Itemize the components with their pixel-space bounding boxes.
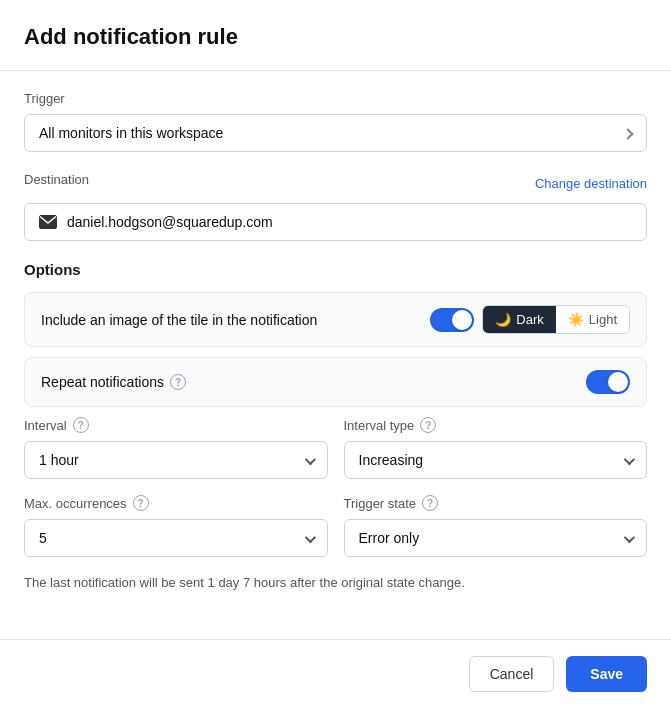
interval-label: Interval ?	[24, 417, 328, 433]
interval-type-label: Interval type ?	[344, 417, 648, 433]
trigger-select[interactable]: All monitors in this workspace	[24, 114, 647, 152]
light-theme-button[interactable]: ☀️ Light	[556, 306, 629, 333]
change-destination-link[interactable]: Change destination	[535, 176, 647, 191]
dark-label: Dark	[516, 312, 543, 327]
interval-type-chevron-icon	[624, 452, 632, 468]
image-option-label: Include an image of the tile in the noti…	[41, 312, 317, 328]
image-toggle[interactable]	[430, 308, 474, 332]
destination-header: Destination Change destination	[24, 172, 647, 195]
repeat-option-row: Repeat notifications ?	[24, 357, 647, 407]
trigger-value: All monitors in this workspace	[39, 125, 223, 141]
email-icon	[39, 215, 57, 229]
options-label: Options	[24, 261, 647, 278]
image-option-row: Include an image of the tile in the noti…	[24, 292, 647, 347]
divider	[0, 70, 671, 71]
page-title: Add notification rule	[24, 24, 647, 50]
repeat-help-icon[interactable]: ?	[170, 374, 186, 390]
dark-theme-button[interactable]: 🌙 Dark	[483, 306, 555, 333]
interval-type-value: Increasing	[359, 452, 424, 468]
interval-group: Interval ? 1 hour	[24, 417, 328, 479]
light-label: Light	[589, 312, 617, 327]
save-button[interactable]: Save	[566, 656, 647, 692]
chevron-right-icon	[624, 125, 632, 141]
interval-type-help-icon[interactable]: ?	[420, 417, 436, 433]
trigger-state-value: Error only	[359, 530, 420, 546]
interval-select[interactable]: 1 hour	[24, 441, 328, 479]
interval-type-group: Interval type ? Increasing	[344, 417, 648, 479]
trigger-label: Trigger	[24, 91, 647, 106]
max-occurrences-group: Max. occurrences ? 5	[24, 495, 328, 557]
trigger-state-chevron-icon	[624, 530, 632, 546]
moon-icon: 🌙	[495, 312, 511, 327]
interval-chevron-icon	[305, 452, 313, 468]
repeat-option-label: Repeat notifications	[41, 374, 164, 390]
interval-value: 1 hour	[39, 452, 79, 468]
max-occurrences-value: 5	[39, 530, 47, 546]
dialog: Add notification rule Trigger All monito…	[0, 0, 671, 639]
destination-label: Destination	[24, 172, 89, 187]
max-occurrences-help-icon[interactable]: ?	[133, 495, 149, 511]
destination-field: daniel.hodgson@squaredup.com	[24, 203, 647, 241]
email-value: daniel.hodgson@squaredup.com	[67, 214, 273, 230]
info-text: The last notification will be sent 1 day…	[24, 573, 647, 593]
interval-type-select[interactable]: Increasing	[344, 441, 648, 479]
cancel-button[interactable]: Cancel	[469, 656, 555, 692]
max-occurrences-select[interactable]: 5	[24, 519, 328, 557]
fields-grid: Interval ? 1 hour Interval type ? Increa…	[24, 417, 647, 557]
max-occurrences-label: Max. occurrences ?	[24, 495, 328, 511]
trigger-state-select[interactable]: Error only	[344, 519, 648, 557]
theme-toggle: 🌙 Dark ☀️ Light	[482, 305, 630, 334]
trigger-state-label: Trigger state ?	[344, 495, 648, 511]
trigger-state-group: Trigger state ? Error only	[344, 495, 648, 557]
max-occurrences-chevron-icon	[305, 530, 313, 546]
sun-icon: ☀️	[568, 312, 584, 327]
repeat-toggle[interactable]	[586, 370, 630, 394]
image-option-controls: 🌙 Dark ☀️ Light	[430, 305, 630, 334]
interval-help-icon[interactable]: ?	[73, 417, 89, 433]
footer: Cancel Save	[0, 639, 671, 708]
trigger-state-help-icon[interactable]: ?	[422, 495, 438, 511]
